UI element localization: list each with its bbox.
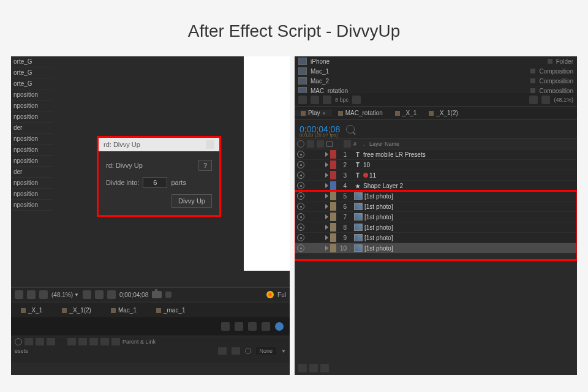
sidebar-item[interactable]: nposition <box>11 189 53 200</box>
label-color[interactable] <box>330 213 336 221</box>
zoom-dropdown[interactable]: (48.1%) ▼ <box>51 292 79 298</box>
layer-row[interactable]: 6[1st photo] <box>295 202 577 212</box>
help-button[interactable]: ? <box>198 160 212 171</box>
comp-tab[interactable]: _mac_1 <box>146 306 195 315</box>
expand-icon[interactable] <box>325 246 328 251</box>
hdr-label-icon[interactable] <box>344 140 351 148</box>
visibility-toggle[interactable] <box>297 234 304 241</box>
sidebar-item[interactable]: orte_G <box>11 67 53 78</box>
layer-row[interactable]: 4Shape Layer 2 <box>295 181 577 191</box>
comp-tab[interactable]: _X_1 <box>11 306 52 315</box>
visibility-toggle[interactable] <box>297 203 304 210</box>
sidebar-item[interactable]: nposition <box>11 111 53 123</box>
sidebar-item[interactable]: orte_G <box>11 78 53 89</box>
expand-icon[interactable] <box>325 152 328 157</box>
grid-icon[interactable] <box>15 290 23 299</box>
layers-icon[interactable] <box>248 322 257 331</box>
switch-icon[interactable] <box>218 347 227 355</box>
cube-icon[interactable] <box>235 322 243 331</box>
3d-icon[interactable] <box>111 338 120 345</box>
project-item[interactable]: iPhoneFolder <box>295 56 577 66</box>
expand-icon[interactable] <box>325 162 328 167</box>
expand-icon[interactable] <box>325 204 328 209</box>
layer-row[interactable]: 5[1st photo] <box>295 191 577 202</box>
sidebar-item[interactable]: nposition <box>11 178 53 189</box>
hdr-eye-icon[interactable] <box>297 140 304 148</box>
sidebar-item[interactable]: nposition <box>11 134 53 145</box>
sidebar-item[interactable]: nposition <box>11 100 53 111</box>
expand-icon[interactable] <box>325 183 328 188</box>
layer-row[interactable]: 10[1st photo] <box>295 243 577 254</box>
transparency-icon[interactable] <box>529 96 538 104</box>
toggle-brackets-icon[interactable] <box>320 364 329 372</box>
visibility-toggle[interactable] <box>297 224 304 231</box>
toggle-switches-icon[interactable] <box>298 364 307 372</box>
toggle-modes-icon[interactable] <box>309 364 318 372</box>
visibility-toggle[interactable] <box>297 192 304 200</box>
comp-tab[interactable]: Mac_1 <box>101 306 146 315</box>
divvy-up-button[interactable]: Divvy Up <box>172 194 212 208</box>
layer-row[interactable]: 2T10 <box>295 160 577 170</box>
layer-row[interactable]: 7[1st photo] <box>295 212 577 222</box>
switch2-icon[interactable] <box>232 347 240 355</box>
fx-icon[interactable] <box>67 338 76 345</box>
adjust-icon[interactable] <box>100 338 109 345</box>
stack-icon[interactable] <box>262 322 270 331</box>
search-icon[interactable] <box>346 125 355 134</box>
blue-toggle-icon[interactable] <box>275 322 284 331</box>
label-color[interactable] <box>330 223 336 232</box>
layer-row[interactable]: 3T11 <box>295 170 577 181</box>
align-icon[interactable] <box>221 322 230 331</box>
visibility-toggle[interactable] <box>297 151 304 158</box>
camera-icon[interactable] <box>152 291 162 298</box>
timeline-tab[interactable]: _X_1 <box>389 110 423 116</box>
project-item[interactable]: Mac_2Composition <box>295 76 577 86</box>
layout-icon[interactable] <box>27 290 36 299</box>
hdr-lock-icon[interactable] <box>326 141 333 147</box>
expand-icon[interactable] <box>325 235 328 240</box>
timecode-display[interactable]: 0;00;04;08 <box>119 292 148 298</box>
channel-icon[interactable] <box>95 290 104 299</box>
label-color[interactable] <box>330 244 336 252</box>
visibility-toggle[interactable] <box>297 161 304 168</box>
label-color[interactable] <box>330 150 336 159</box>
mask-icon[interactable] <box>39 290 48 299</box>
parent-none-dropdown[interactable]: None <box>256 347 277 355</box>
hdr-audio-icon[interactable] <box>307 140 314 148</box>
expand-icon[interactable] <box>325 225 328 230</box>
visibility-toggle[interactable] <box>297 213 304 221</box>
label-color[interactable] <box>330 202 336 211</box>
link-icon[interactable] <box>245 348 251 354</box>
sidebar-item[interactable]: der <box>11 123 53 134</box>
sidebar-item[interactable]: nposition <box>11 156 53 167</box>
divide-value-input[interactable] <box>143 177 167 188</box>
visibility-toggle[interactable] <box>297 182 304 189</box>
label-color[interactable] <box>330 160 336 169</box>
res-icon[interactable] <box>83 290 91 299</box>
close-icon[interactable]: × <box>322 110 325 116</box>
timeline-tab[interactable]: _X_1(2) <box>423 110 464 116</box>
comp-tab[interactable]: _X_1(2) <box>52 306 101 315</box>
sidebar-item[interactable]: orte_G <box>11 56 53 67</box>
snapshot-icon[interactable] <box>165 292 172 298</box>
trash-icon[interactable] <box>352 96 361 104</box>
expand-icon[interactable] <box>325 214 328 219</box>
motion-blur-icon[interactable] <box>89 338 98 345</box>
color-picker-icon[interactable] <box>266 291 274 298</box>
sidebar-item[interactable]: nposition <box>11 145 53 156</box>
bpc-label[interactable]: 8 bpc <box>335 97 349 103</box>
layer-row[interactable]: 8[1st photo] <box>295 222 577 233</box>
guides-icon[interactable] <box>107 290 116 299</box>
dialog-titlebar[interactable]: rd: Divvy Up <box>99 138 219 151</box>
visibility-toggle[interactable] <box>297 172 304 179</box>
hdr-solo-icon[interactable] <box>317 140 324 148</box>
expand-icon[interactable] <box>325 194 328 198</box>
expand-icon[interactable] <box>325 173 328 178</box>
close-icon[interactable] <box>206 140 214 149</box>
layer-row[interactable]: 1Tfree mobile LR Presets <box>295 149 577 160</box>
zoom-right[interactable]: (48.1%) <box>554 97 573 103</box>
visibility-toggle[interactable] <box>297 244 304 252</box>
solo-icon[interactable] <box>36 338 44 345</box>
eye-icon[interactable] <box>15 338 22 345</box>
sidebar-item[interactable]: der <box>11 167 53 178</box>
